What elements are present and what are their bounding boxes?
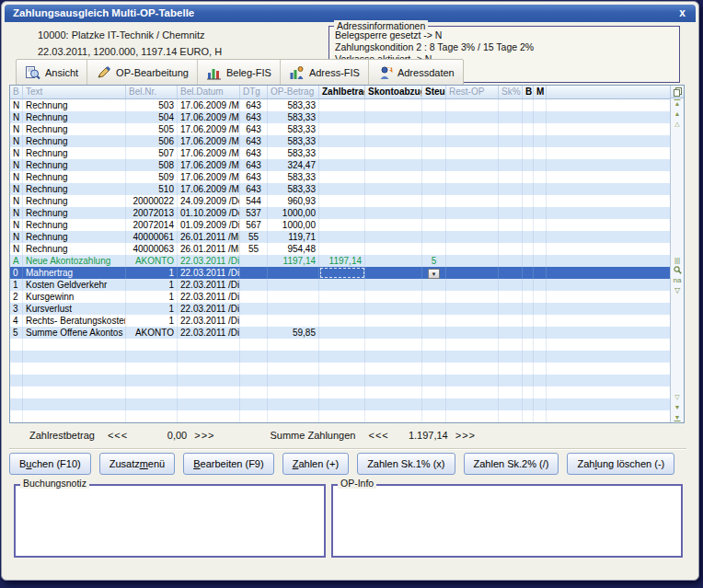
column-header-filler[interactable]: [547, 86, 670, 98]
button-zahlen-sk-2[interactable]: Zahlen Sk.2% (/): [464, 453, 559, 475]
cell: [240, 410, 268, 422]
cell: Rechnung: [23, 195, 126, 207]
table-row[interactable]: NRechnung4000006326.01.2011 /Mi55954,48: [10, 243, 670, 255]
cell: ▼: [422, 267, 446, 279]
cell: [534, 255, 547, 267]
cell: [422, 219, 446, 231]
table-row[interactable]: NRechnung50417.06.2009 /Mi643583,33: [10, 111, 670, 123]
table-row[interactable]: 5Summe Offene AkontosAKONTO22.03.2011 /D…: [10, 327, 670, 339]
cell: [23, 375, 126, 386]
table-row[interactable]: NRechnung50317.06.2009 /Mi643583,33: [10, 99, 670, 111]
close-icon[interactable]: x: [679, 5, 686, 22]
column-header-DTg[interactable]: DTg: [240, 86, 268, 98]
cell: [534, 147, 547, 159]
filter-icon[interactable]: ▽: [671, 285, 684, 295]
bar-chart-icon: [206, 65, 222, 80]
empty-row: [10, 351, 670, 363]
sum-icon[interactable]: na: [671, 275, 684, 285]
cell: [523, 219, 534, 231]
button-bearbeiten-f9[interactable]: Bearbeiten (F9): [183, 453, 273, 475]
cell: [422, 315, 446, 327]
table-row[interactable]: NRechnung51017.06.2009 /Mi643583,33: [10, 183, 670, 195]
cell: [240, 279, 268, 291]
table-row[interactable]: NRechnung50817.06.2009 /Mi643324,47: [10, 159, 670, 171]
table-row[interactable]: ANeue AkontozahlungAKONTO22.03.2011 /Di1…: [10, 255, 670, 267]
cell: [534, 159, 547, 171]
table-row[interactable]: NRechnung4000006126.01.2011 /Mi55119,71: [10, 231, 670, 243]
column-header-M[interactable]: M: [534, 86, 547, 98]
cell: [319, 363, 365, 375]
button-zahlen[interactable]: Zahlen (+): [282, 453, 349, 475]
cell: Rechnung: [23, 207, 126, 219]
cell: [422, 386, 446, 398]
summe-zahlungen-label: Summe Zahlungen: [271, 430, 356, 441]
cell: 1000,00: [268, 219, 319, 231]
column-header-Sk%[interactable]: Sk%: [499, 86, 523, 98]
table-row[interactable]: NRechnung2007201301.10.2009 /Do5371000,0…: [10, 207, 670, 219]
scroll-bottom-icon[interactable]: ▼: [671, 412, 684, 422]
table-row[interactable]: NRechnung2000002224.09.2009 /Do544960,93: [10, 195, 670, 207]
cell: 4: [10, 315, 23, 327]
cell: 22.03.2011 /Di: [178, 315, 240, 327]
cell: [365, 267, 422, 279]
buchungsnotiz-input[interactable]: [16, 486, 324, 556]
tab-op-bearbeitung[interactable]: OP-Bearbeitung: [87, 60, 198, 85]
table-row[interactable]: NRechnung50617.06.2009 /Mi643583,33: [10, 135, 670, 147]
op-info-area[interactable]: [333, 486, 681, 556]
cell: [365, 279, 422, 291]
search-icon[interactable]: [671, 265, 684, 275]
page-up-icon[interactable]: △: [671, 119, 684, 129]
steuer-dropdown-icon[interactable]: ▼: [428, 269, 440, 279]
tab-adress-fis[interactable]: Adress-FIS: [281, 60, 369, 85]
column-header-OP-Betrag[interactable]: OP-Betrag: [268, 86, 319, 98]
page-down-icon[interactable]: ▽: [671, 392, 684, 402]
scroll-up-icon[interactable]: ▲: [671, 109, 684, 119]
cell: 01.09.2009 /Di: [178, 219, 240, 231]
cell: [547, 183, 670, 195]
copy-icon[interactable]: [671, 86, 684, 98]
table-row[interactable]: 0Mahnertrag122.03.2011 /Di▼: [10, 267, 670, 279]
cell: [499, 111, 523, 123]
button-buchen-f10[interactable]: Buchen (F10): [9, 453, 91, 475]
tab-ansicht[interactable]: Ansicht: [17, 60, 87, 85]
tab-adressdaten[interactable]: Adressdaten: [369, 60, 463, 85]
cell: [365, 291, 422, 303]
cell: 643: [240, 99, 268, 111]
column-header-Steue[interactable]: Steue: [422, 86, 446, 98]
scroll-top-icon[interactable]: ▲: [671, 98, 684, 109]
column-header-Bel.Nr.[interactable]: Bel.Nr.: [126, 86, 178, 98]
table-row[interactable]: 3Kursverlust122.03.2011 /Di: [10, 303, 670, 315]
column-header-Zahlbetrag[interactable]: Zahlbetrag: [319, 86, 365, 98]
screen: Zahlungsausgleich Multi-OP-Tabelle x 100…: [0, 0, 703, 588]
table-row[interactable]: NRechnung50717.06.2009 /Mi643583,33: [10, 147, 670, 159]
cell: [499, 291, 523, 303]
button-zusatzmenü[interactable]: Zusatzmenü: [99, 453, 176, 475]
cell: [547, 303, 670, 315]
cell: [547, 195, 670, 207]
cell: [523, 303, 534, 315]
button-zahlen-sk-1-x[interactable]: Zahlen Sk.1% (x): [357, 453, 455, 475]
table-row[interactable]: 1Kosten Geldverkehr122.03.2011 /Di: [10, 279, 670, 291]
table-row[interactable]: 2Kursgewinn122.03.2011 /Di: [10, 291, 670, 303]
table-row[interactable]: NRechnung2007201401.09.2009 /Di5671000,0…: [10, 219, 670, 231]
table-row[interactable]: NRechnung50917.06.2009 /Mi643583,33: [10, 171, 670, 183]
column-header-Skontoabzug[interactable]: Skontoabzug: [365, 86, 422, 98]
columns-icon[interactable]: |||: [671, 255, 684, 265]
button-label: Zahlen Sk.1% (x): [367, 458, 444, 469]
cell: 506: [126, 135, 178, 147]
tab-beleg-fis[interactable]: Beleg-FIS: [198, 60, 281, 85]
column-header-B[interactable]: B: [523, 86, 534, 98]
cell: [446, 99, 499, 111]
column-header-Bel.Datum[interactable]: Bel.Datum: [178, 86, 240, 98]
table-row[interactable]: 4Rechts- Beratungskosten122.03.2011 /Di: [10, 315, 670, 327]
table-row[interactable]: NRechnung50517.06.2009 /Mi643583,33: [10, 123, 670, 135]
column-header-Rest-OP[interactable]: Rest-OP: [446, 86, 499, 98]
column-header-Text[interactable]: Text: [23, 86, 126, 98]
cell: [446, 315, 499, 327]
cell: 1000,00: [268, 207, 319, 219]
scroll-down-icon[interactable]: ▼: [671, 402, 684, 412]
cell: [534, 363, 547, 375]
button-zahlung-löschen[interactable]: Zahlung löschen (-): [567, 453, 674, 475]
column-header-B[interactable]: B: [10, 86, 23, 98]
cell: [240, 315, 268, 327]
